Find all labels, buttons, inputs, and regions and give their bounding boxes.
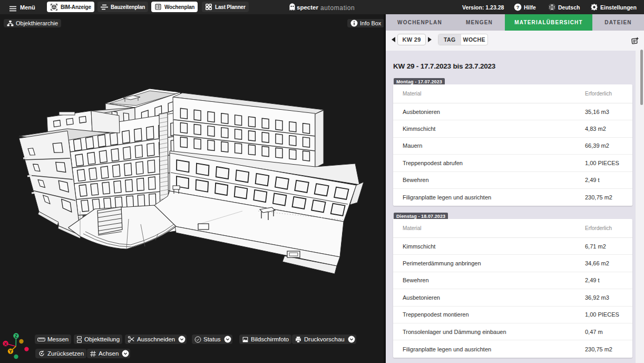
svg-text:Z: Z [15, 333, 18, 339]
svg-text:Y: Y [9, 349, 12, 354]
svg-text:X: X [4, 341, 7, 347]
svg-text:?: ? [516, 5, 520, 10]
